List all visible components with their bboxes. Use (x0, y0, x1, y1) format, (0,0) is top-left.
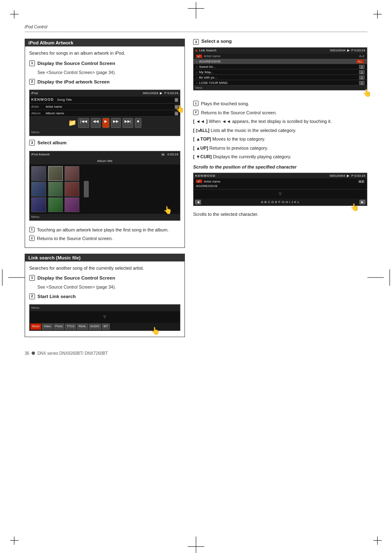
song-az: A-Z (359, 54, 364, 58)
album-note-text-1: Touching an album artwork twice plays th… (37, 227, 180, 234)
note-text-4: [ ▷ALL] Lists all the music in the selec… (193, 127, 367, 134)
char-artist: Artist name (204, 180, 220, 183)
link-search-desc: Searches for another song of the current… (29, 265, 180, 272)
char-f[interactable]: F (279, 200, 281, 204)
album-thumb-9[interactable] (65, 197, 79, 212)
char-e[interactable]: E (275, 200, 277, 204)
select-song-step-label: Select a song (201, 39, 232, 44)
note-text-1: Plays the touched song. (201, 100, 367, 107)
song-btn-3[interactable]: ||| (359, 70, 364, 74)
char-bar: ◀ A B C D E F G H I J (194, 199, 367, 206)
section-label: iPod Control (25, 25, 367, 29)
song-btn-5[interactable]: ||| (359, 81, 364, 85)
album-thumb-3[interactable] (65, 166, 79, 181)
scroll-bar[interactable] (84, 181, 89, 197)
song-row-5[interactable]: ♪ LOSE YOUR MIND ||| (194, 80, 367, 86)
album-artwork-screen: iPod Artwork ● 0:03:24 Album title (29, 151, 180, 221)
step3-num: 3 (29, 140, 35, 146)
song-text-4: Be with yo... (199, 76, 217, 79)
song-row-3[interactable]: ♪ My Way... ||| (194, 69, 367, 75)
select-song-area: 3 Select a song ■ Link Search 0001/0044 … (193, 39, 367, 95)
song-text-2: Sweet fre... (199, 65, 216, 69)
ipod-controls: 📁 |◀◀ ◀◀ ▶ ▶▶ ▶▶| ■ (30, 117, 180, 129)
note-item-5: [ ▲TOP] Moves to the top category. (193, 136, 367, 143)
char-g[interactable]: G (282, 200, 284, 204)
step1-label: Display the Source Control Screen (37, 60, 115, 67)
ipod-artist-label: Artist (31, 104, 46, 109)
ctrl-rew[interactable]: ◀◀ (91, 118, 101, 128)
song-btn-1[interactable]: ALL (356, 60, 364, 63)
album-thumb-5[interactable] (48, 182, 63, 197)
album-note-1: 1 Touching an album artwork twice plays … (29, 227, 180, 234)
song-footer: Menu (194, 86, 367, 90)
char-b[interactable]: B (265, 200, 267, 204)
song-row-1[interactable]: ♪ AGGRESSIVE ALL (194, 59, 367, 64)
char-letters: A B C D E F G H I J K L (261, 200, 300, 204)
album-thumb-8[interactable] (48, 197, 63, 212)
song-header-p: ▶ (347, 49, 350, 53)
char-d[interactable]: D (272, 200, 274, 204)
album-note-text-2: Returns to the Source Control screen. (37, 235, 180, 242)
note-item-4: [ ▷ALL] Lists all the music in the selec… (193, 127, 367, 134)
note-text-3: [ ◄◄ ] When ◄◄ appears, the text display… (193, 118, 367, 125)
artwork-footer: Menu (30, 214, 180, 220)
char-h[interactable]: H (286, 200, 288, 204)
link-step1-row: 1 Display the Source Control Screen (29, 275, 180, 282)
song-note-1: ♪ (196, 60, 198, 63)
album-thumb-6[interactable] (65, 182, 79, 197)
step2-row: 2 Display the iPod artwork Screen (29, 79, 180, 86)
char-nav-right[interactable]: ▶ (360, 200, 365, 204)
divider (25, 32, 367, 32)
note-num-1: 1 (193, 101, 198, 106)
artwork-header-info: ● 0:03:24 (161, 152, 178, 157)
char-l[interactable]: L (297, 200, 299, 204)
char-a[interactable]: A (261, 200, 263, 204)
song-artist-row: 🔊 Artist name A-Z (194, 53, 367, 59)
link-tab-bit[interactable]: BIT (102, 324, 110, 330)
song-artist-name: Artist name (204, 54, 220, 58)
left-column: iPod Album Artwork Searches for songs in… (25, 39, 185, 343)
ctrl-fwd[interactable]: ▶▶ (111, 118, 121, 128)
album-screen-wrap: iPod Artwork ● 0:03:24 Album title (29, 149, 180, 224)
note-item-2: 2 Returns to the Source Control screen. (193, 109, 367, 116)
song-row-2[interactable]: ♪ Sweet fre... ||| (194, 64, 367, 69)
link-tab-title[interactable]: TITLE (65, 324, 76, 330)
song-note-4: ♪ (196, 76, 198, 79)
album-thumb-2[interactable] (48, 166, 63, 181)
char-indicator: A-Z (358, 180, 364, 183)
song-icon-red: 🔊 (196, 55, 202, 58)
song-row-4[interactable]: ♪ Be with yo... ||| (194, 75, 367, 80)
album-thumb-7[interactable] (31, 197, 46, 212)
char-k[interactable]: K (294, 200, 296, 204)
song-btn-2[interactable]: ||| (359, 65, 364, 69)
ctrl-stop[interactable]: ■ (135, 118, 141, 128)
album-thumb-4[interactable] (31, 182, 46, 197)
ctrl-play[interactable]: ▶ (102, 118, 109, 128)
song-header-count: 0001/0044 (330, 49, 346, 53)
ctrl-next[interactable]: ▶▶| (122, 118, 133, 128)
link-search-content: Searches for another song of the current… (25, 261, 184, 337)
artwork-num: ● (161, 153, 164, 156)
char-c[interactable]: C (268, 200, 270, 204)
step2-label: Display the iPod artwork Screen (37, 79, 110, 86)
char-i[interactable]: I (289, 200, 290, 204)
link-tab-video[interactable]: Video (42, 324, 53, 330)
album-note-num-2: 2 (29, 236, 35, 241)
char-j[interactable]: J (291, 200, 293, 204)
album-thumb-1[interactable] (31, 166, 46, 181)
link-tab-photo[interactable]: Photo (53, 324, 64, 330)
link-tab-real[interactable]: REAL (77, 324, 88, 330)
song-header-title: Link Search (199, 49, 216, 53)
right-column: 3 Select a song ■ Link Search 0001/0044 … (193, 39, 367, 343)
link-search-title: Link search (Music file) (25, 254, 184, 261)
ipod-btn1: ||| (175, 98, 178, 102)
link-tab-audio[interactable]: AUDIO (89, 324, 101, 330)
page-series: DNX series DNX9260BT/ DNX7260BT (37, 351, 108, 356)
page-num: 36 (25, 351, 29, 356)
link-screen-wrap: Menu ▼ Music Video Photo TITLE REAL AUDI… (29, 303, 180, 333)
note-item-7: [ ▼CUR] Displays the currently playing c… (193, 153, 367, 160)
link-tab-music[interactable]: Music (30, 324, 41, 330)
ctrl-prev[interactable]: |◀◀ (78, 118, 89, 128)
char-nav-left[interactable]: ◀ (195, 200, 201, 204)
song-btn-4[interactable]: ||| (359, 76, 364, 79)
